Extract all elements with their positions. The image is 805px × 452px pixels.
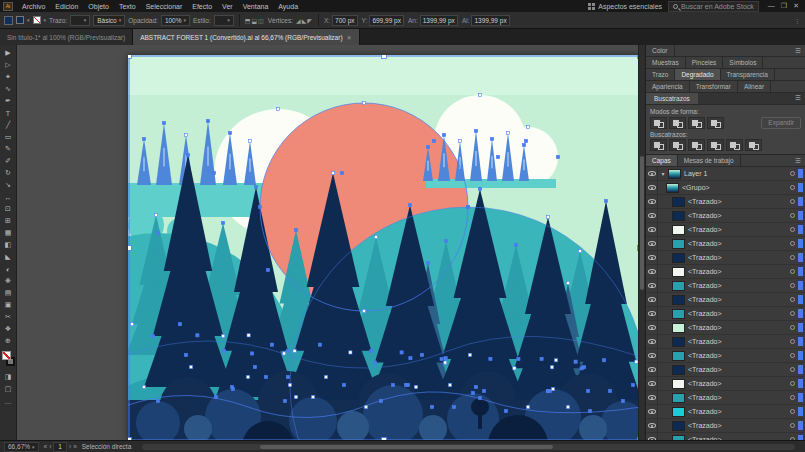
expand-button[interactable]: Expandir [761,117,801,129]
artwork-canvas[interactable] [128,55,641,440]
target-circle-icon[interactable] [790,367,795,372]
visibility-toggle[interactable] [646,237,658,250]
target-circle-icon[interactable] [790,423,795,428]
layer-row[interactable]: <Trazado> [646,251,805,265]
layer-label[interactable]: <Trazado> [685,366,790,373]
layer-row[interactable]: <Trazado> [646,195,805,209]
menu-texto[interactable]: Texto [114,3,141,10]
visibility-toggle[interactable] [646,433,658,440]
first-artboard-button[interactable]: « [44,443,48,450]
tab-transparencia[interactable]: Transparencia [721,69,775,80]
panel-menu-icon[interactable]: ☰ [791,45,805,56]
artboard[interactable] [128,55,641,440]
minimize-button[interactable]: — [765,2,778,9]
expand-caret-icon[interactable]: ▾ [658,170,668,177]
direct-selection-tool-icon[interactable]: ▷ [1,59,16,71]
visibility-toggle[interactable] [646,335,658,348]
transform-field-value[interactable]: 700 px [332,15,358,26]
target-circle-icon[interactable] [790,353,795,358]
vertical-scrollbar-thumb[interactable] [640,156,644,290]
visibility-toggle[interactable] [646,419,658,432]
pathfinder-trim-button[interactable] [669,139,686,151]
corner-icons[interactable]: ◢◣◤ [296,17,313,24]
zoom-level[interactable]: 66,67%▾ [4,442,39,452]
type-tool-icon[interactable]: T [1,107,16,119]
shape-mode-minus-front-button[interactable] [669,117,686,129]
fill-swatch[interactable] [16,16,24,24]
layer-label[interactable]: <Trazado> [685,422,790,429]
line-segment-tool-icon[interactable]: ╱ [1,119,16,131]
tab-apariencia[interactable]: Apariencia [646,81,690,92]
layer-row[interactable]: <Trazado> [646,293,805,307]
layer-row[interactable]: <Trazado> [646,279,805,293]
selection-tool-icon[interactable]: ▶ [1,47,16,59]
shape-mode-intersect-button[interactable] [688,117,705,129]
menu-ver[interactable]: Ver [217,3,238,10]
draw-mode-button[interactable]: ◨ [1,371,16,383]
document-tab-1[interactable]: Sin título-1* al 100% (RGB/Previsualizar… [0,29,133,45]
tab-transformar[interactable]: Transformar [690,81,738,92]
lasso-tool-icon[interactable]: ∿ [1,83,16,95]
tab-símbolos[interactable]: Símbolos [723,57,763,68]
menu-objeto[interactable]: Objeto [83,3,114,10]
width-tool-icon[interactable]: ↔ [1,191,16,203]
visibility-toggle[interactable] [646,307,658,320]
tab-muestras[interactable]: Muestras [646,57,686,68]
layer-label[interactable]: Layer 1 [681,170,790,177]
layer-row[interactable]: <Trazado> [646,433,805,440]
tab-capas[interactable]: Capas [646,155,678,167]
layer-label[interactable]: <Trazado> [685,226,790,233]
layer-label[interactable]: <Trazado> [685,198,790,205]
edit-toolbar-button[interactable]: … [1,395,16,407]
visibility-toggle[interactable] [646,265,658,278]
pencil-tool-icon[interactable]: ✐ [1,155,16,167]
next-artboard-button[interactable]: › [69,443,71,450]
visibility-toggle[interactable] [646,293,658,306]
pathfinder-outline-button[interactable] [726,139,743,151]
layer-row[interactable]: <Trazado> [646,321,805,335]
visibility-toggle[interactable] [646,405,658,418]
tab-mesas-de-trabajo[interactable]: Mesas de trabajo [678,155,741,167]
previous-artboard-button[interactable]: ‹ [49,443,51,450]
stroke-caret-icon[interactable]: ▾ [44,17,47,23]
transform-field-value[interactable]: 1399,99 px [420,15,458,26]
menu-efecto[interactable]: Efecto [187,3,217,10]
target-circle-icon[interactable] [790,409,795,414]
target-circle-icon[interactable] [790,311,795,316]
zoom-tool-icon[interactable]: ⊕ [1,335,16,347]
layer-row[interactable]: <Trazado> [646,405,805,419]
close-button[interactable]: ✕ [790,2,802,9]
visibility-toggle[interactable] [646,321,658,334]
fill-color-swatch[interactable] [2,351,11,360]
free-transform-tool-icon[interactable]: ⊡ [1,203,16,215]
visibility-toggle[interactable] [646,391,658,404]
visibility-toggle[interactable] [646,223,658,236]
layer-label[interactable]: <Trazado> [685,268,790,275]
align-icons[interactable]: ⬒⬓◫ [245,17,265,24]
target-circle-icon[interactable] [790,283,795,288]
layer-label[interactable]: <Grupo> [679,184,790,191]
layer-row[interactable]: <Trazado> [646,419,805,433]
layer-label[interactable]: <Trazado> [685,282,790,289]
layer-label[interactable]: <Trazado> [685,380,790,387]
eyedropper-tool-icon[interactable]: ◣ [1,251,16,263]
target-circle-icon[interactable] [790,339,795,344]
visibility-toggle[interactable] [646,363,658,376]
layer-row[interactable]: <Trazado> [646,377,805,391]
artboard-number-field[interactable]: 1 [53,442,67,452]
target-circle-icon[interactable] [790,241,795,246]
screen-mode-button[interactable]: ▢ [1,383,16,395]
layer-row[interactable]: <Trazado> [646,223,805,237]
blend-tool-icon[interactable]: ◐ [1,263,16,275]
visibility-toggle[interactable] [646,251,658,264]
rectangle-tool-icon[interactable]: ▭ [1,131,16,143]
stroke-swatch[interactable] [33,16,41,24]
layer-row[interactable]: <Trazado> [646,265,805,279]
menu-seleccionar[interactable]: Seleccionar [141,3,188,10]
pathfinder-merge-button[interactable] [688,139,705,151]
last-artboard-button[interactable]: » [73,443,77,450]
layer-row[interactable]: <Trazado> [646,237,805,251]
target-circle-icon[interactable] [790,269,795,274]
panel-menu-icon[interactable]: ☰ [791,93,805,104]
target-circle-icon[interactable] [790,213,795,218]
